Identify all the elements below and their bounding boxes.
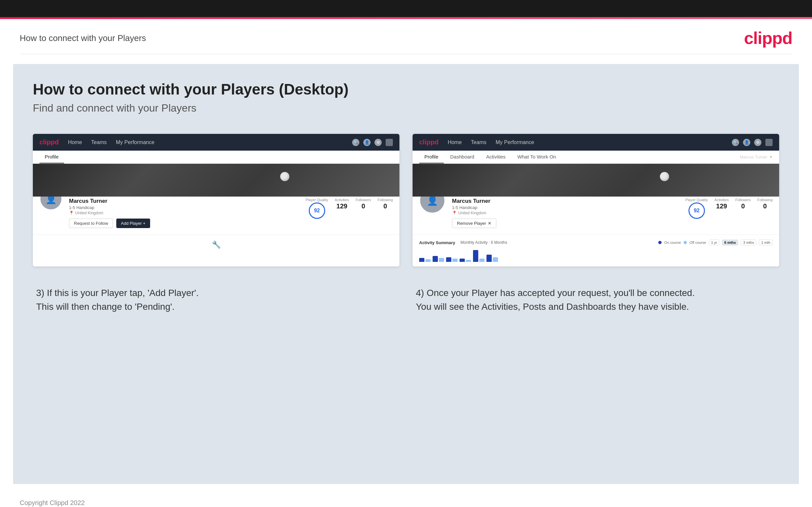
off-course-label: Off course: [690, 240, 706, 244]
nav-link-myperformance-2[interactable]: My Performance: [496, 139, 534, 146]
activity-chart: [419, 249, 773, 262]
chart-bar-5: [473, 250, 485, 262]
avatar-person-icon-2: 👤: [427, 195, 438, 206]
wrench-icon-1: 🔧: [212, 240, 221, 249]
chart-bar-4: [460, 259, 471, 262]
player-name-label-2: Marcus Turner ▼: [740, 155, 773, 160]
on-course-label: On course: [664, 240, 681, 244]
nav-link-home-2[interactable]: Home: [448, 139, 462, 146]
off-course-legend-dot: [683, 241, 687, 244]
search-icon-2[interactable]: 🔍: [732, 139, 739, 146]
activities-stat-2: Activities 129: [714, 198, 728, 210]
description-1: 3) If this is your Player tap, 'Add Play…: [33, 286, 399, 314]
add-player-button[interactable]: Add Player +: [116, 219, 150, 228]
followers-stat-2: Followers 0: [735, 198, 751, 210]
user-icon-1[interactable]: 👤: [363, 139, 370, 146]
description-text-1: 3) If this is your Player tap, 'Add Play…: [36, 286, 396, 314]
user-icon-2[interactable]: 👤: [743, 139, 750, 146]
top-bar: [0, 0, 812, 17]
player-quality-stat-2: Player Quality 92: [686, 198, 708, 219]
screenshots-row: clippd Home Teams My Performance 🔍 👤 ⚙ P…: [33, 134, 779, 267]
player-handicap-1: 1-5 Handicap: [69, 205, 299, 210]
chart-bar-2: [433, 256, 444, 262]
activity-summary: Activity Summary Monthly Activity · 6 Mo…: [413, 235, 779, 267]
chart-bar-1: [419, 258, 430, 262]
player-name-2: Marcus Turner: [452, 198, 679, 205]
golf-banner-2: [413, 164, 779, 196]
player-location-2: 📍 United Kingdom: [452, 211, 679, 215]
request-follow-button[interactable]: Request to Follow: [69, 219, 113, 228]
quality-circle-1: 92: [309, 203, 325, 219]
descriptions-row: 3) If this is your Player tap, 'Add Play…: [33, 286, 779, 314]
clippd-logo: clippd: [744, 28, 792, 48]
tab-profile-2[interactable]: Profile: [419, 151, 444, 163]
settings-icon-1[interactable]: ⚙: [374, 139, 382, 146]
nav-link-teams-2[interactable]: Teams: [471, 139, 487, 146]
screenshot-2: clippd Home Teams My Performance 🔍 👤 ⚙ P…: [413, 134, 779, 267]
golf-ball-2: [660, 172, 669, 181]
following-stat-1: Following 0: [378, 198, 393, 210]
following-stat-2: Following 0: [757, 198, 773, 210]
player-buttons-2: Remove Player ✕: [452, 219, 679, 228]
activity-title: Activity Summary: [419, 240, 455, 245]
golf-banner-1: [33, 164, 399, 196]
nav-icons-2: 🔍 👤 ⚙: [732, 139, 773, 146]
quality-circle-2: 92: [689, 203, 705, 219]
location-pin-icon-1: 📍: [69, 211, 74, 215]
avatar-icon-1[interactable]: [386, 139, 393, 146]
time-btn-1yr[interactable]: 1 yr: [709, 239, 719, 245]
player-handicap-2: 1-5 Handicap: [452, 205, 679, 210]
app-tabs-1: Profile: [33, 151, 399, 164]
tab-what-to-work-on-2[interactable]: What To Work On: [512, 151, 561, 163]
app-tabs-2: Profile Dashboard Activities What To Wor…: [413, 151, 779, 164]
player-name-1: Marcus Turner: [69, 198, 299, 205]
avatar-icon-2[interactable]: [765, 139, 773, 146]
description-2: 4) Once your Player has accepted your re…: [413, 286, 779, 314]
remove-player-button[interactable]: Remove Player ✕: [452, 219, 496, 228]
main-content: How to connect with your Players (Deskto…: [13, 64, 799, 484]
activity-controls: On course Off course 1 yr 6 mths 3 mths …: [658, 239, 773, 245]
on-course-legend-dot: [658, 241, 662, 244]
nav-link-home-1[interactable]: Home: [68, 139, 82, 146]
nav-link-teams-1[interactable]: Teams: [91, 139, 107, 146]
tab-activities-2[interactable]: Activities: [481, 151, 511, 163]
screenshot-bottom-1: 🔧: [33, 235, 399, 254]
description-text-2: 4) Once your Player has accepted your re…: [416, 286, 776, 314]
search-icon-1[interactable]: 🔍: [352, 139, 359, 146]
nav-left-2: clippd Home Teams My Performance: [419, 138, 534, 146]
page-header: How to connect with your Players clippd: [0, 19, 812, 54]
time-btn-1mth[interactable]: 1 mth: [759, 239, 773, 245]
chart-bar-3: [446, 257, 458, 262]
nav-icons-1: 🔍 👤 ⚙: [352, 139, 393, 146]
app-logo-2: clippd: [419, 138, 439, 146]
player-quality-stat-1: Player Quality 92: [306, 198, 328, 219]
location-pin-icon-2: 📍: [452, 211, 457, 215]
activity-period: Monthly Activity · 6 Months: [461, 240, 507, 245]
close-icon-remove: ✕: [488, 221, 492, 226]
screenshot-1: clippd Home Teams My Performance 🔍 👤 ⚙ P…: [33, 134, 399, 267]
breadcrumb: How to connect with your Players: [20, 33, 146, 43]
app-nav-2: clippd Home Teams My Performance 🔍 👤 ⚙: [413, 134, 779, 151]
time-btn-3mths[interactable]: 3 mths: [741, 239, 756, 245]
page-title: How to connect with your Players (Deskto…: [33, 80, 779, 98]
tab-profile-1[interactable]: Profile: [39, 151, 64, 163]
tab-dashboard-2[interactable]: Dashboard: [445, 151, 479, 163]
activity-header: Activity Summary Monthly Activity · 6 Mo…: [419, 239, 773, 245]
player-buttons-1: Request to Follow Add Player +: [69, 219, 299, 228]
chart-bar-6: [487, 255, 498, 262]
activities-stat-1: Activities 129: [335, 198, 349, 210]
time-btn-6mths[interactable]: 6 mths: [722, 239, 738, 245]
header-divider: [20, 54, 792, 54]
nav-link-myperformance-1[interactable]: My Performance: [116, 139, 154, 146]
copyright-text: Copyright Clippd 2022: [20, 499, 85, 506]
settings-icon-2[interactable]: ⚙: [754, 139, 761, 146]
page-footer: Copyright Clippd 2022: [0, 494, 812, 507]
player-location-1: 📍 United Kingdom: [69, 211, 299, 215]
followers-stat-1: Followers 0: [355, 198, 371, 210]
app-logo-1: clippd: [39, 138, 59, 146]
app-nav-1: clippd Home Teams My Performance 🔍 👤 ⚙: [33, 134, 399, 151]
page-subtitle: Find and connect with your Players: [33, 102, 779, 114]
dropdown-arrow-2: ▼: [769, 155, 773, 159]
nav-left-1: clippd Home Teams My Performance: [39, 138, 154, 146]
golf-ball-1: [280, 172, 289, 181]
